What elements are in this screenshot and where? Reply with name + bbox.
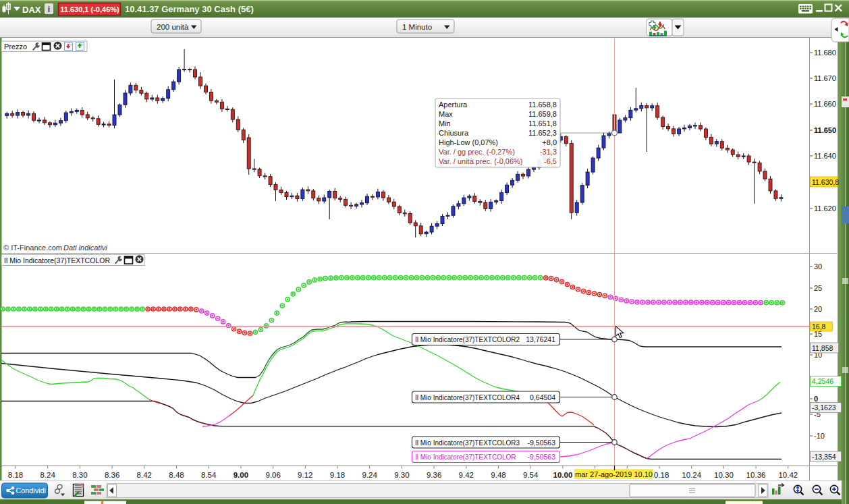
svg-text:11.660: 11.660 xyxy=(814,100,836,108)
svg-text:8.54: 8.54 xyxy=(201,471,217,479)
svg-text:Max: Max xyxy=(439,110,453,118)
svg-text:DAX: DAX xyxy=(22,5,41,15)
svg-text:9.24: 9.24 xyxy=(362,471,378,479)
svg-text:9.00: 9.00 xyxy=(234,471,248,479)
svg-text:-9,50563: -9,50563 xyxy=(528,439,556,447)
svg-text:Il Mio Indicatore(37)TEXTCOLOR: Il Mio Indicatore(37)TEXTCOLOR4 xyxy=(415,394,520,401)
svg-text:11.670: 11.670 xyxy=(814,74,836,82)
svg-text:0,64504: 0,64504 xyxy=(530,393,555,401)
svg-text:9.54: 9.54 xyxy=(523,471,539,479)
svg-text:Il Mio Indicatore(37)TEXTCOLOR: Il Mio Indicatore(37)TEXTCOLOR xyxy=(4,256,110,264)
svg-text:16,8: 16,8 xyxy=(812,323,826,331)
svg-text:i: i xyxy=(48,5,50,14)
svg-text:+8,0: +8,0 xyxy=(542,138,557,146)
svg-text:-13,354: -13,354 xyxy=(812,453,836,461)
svg-text:11.620: 11.620 xyxy=(814,204,836,213)
svg-text:20: 20 xyxy=(814,305,822,313)
svg-text:mar 27-ago-2019 10.10: mar 27-ago-2019 10.10 xyxy=(575,470,653,478)
svg-text:11.659,8: 11.659,8 xyxy=(528,110,557,118)
svg-text:9.12: 9.12 xyxy=(298,471,312,479)
svg-text:Apertura: Apertura xyxy=(439,101,468,109)
svg-text:11.650: 11.650 xyxy=(814,126,836,134)
svg-text:9.30: 9.30 xyxy=(394,471,409,479)
svg-text:8.30: 8.30 xyxy=(72,471,87,479)
svg-text:Var. / gg prec. (-0,27%): Var. / gg prec. (-0,27%) xyxy=(439,148,515,156)
svg-text:30: 30 xyxy=(814,262,822,271)
svg-text:8.42: 8.42 xyxy=(137,471,152,479)
svg-text:9.42: 9.42 xyxy=(459,471,474,479)
svg-text:1 Minuto: 1 Minuto xyxy=(402,23,432,31)
svg-text:8.18: 8.18 xyxy=(8,471,23,479)
svg-text:10.30: 10.30 xyxy=(714,471,734,479)
svg-text:Il Mio Indicatore(37)TEXTCOLOR: Il Mio Indicatore(37)TEXTCOLOR xyxy=(415,453,516,461)
svg-text:10.24: 10.24 xyxy=(682,471,701,479)
svg-text:© IT-Finance.com: © IT-Finance.com xyxy=(3,244,62,252)
svg-text:11.640: 11.640 xyxy=(814,152,836,160)
svg-text:10.42: 10.42 xyxy=(778,471,798,479)
svg-text:Il Mio Indicatore(37)TEXTCOLOR: Il Mio Indicatore(37)TEXTCOLOR2 xyxy=(415,336,520,343)
svg-text:11.658,8: 11.658,8 xyxy=(528,101,557,109)
svg-text:High-Low (0,07%): High-Low (0,07%) xyxy=(439,138,498,146)
svg-text:Condividi: Condividi xyxy=(16,486,46,495)
svg-text:9.18: 9.18 xyxy=(330,471,345,479)
svg-text:10.36: 10.36 xyxy=(746,471,766,479)
svg-text:Il Mio Indicatore(37)TEXTCOLOR: Il Mio Indicatore(37)TEXTCOLOR3 xyxy=(415,439,520,447)
svg-text:8.36: 8.36 xyxy=(105,471,119,479)
svg-text:13,76241: 13,76241 xyxy=(526,335,555,343)
svg-text:-3,1623: -3,1623 xyxy=(812,403,836,412)
svg-text:-31,3: -31,3 xyxy=(540,148,557,156)
svg-text:Prezzo: Prezzo xyxy=(4,43,27,51)
svg-text:8.48: 8.48 xyxy=(169,471,184,479)
svg-text:11.680: 11.680 xyxy=(814,49,836,57)
svg-text:11.630,1 (-0,46%): 11.630,1 (-0,46%) xyxy=(60,5,119,13)
svg-text:9.36: 9.36 xyxy=(427,471,441,479)
svg-text:9.48: 9.48 xyxy=(491,471,505,479)
svg-text:Dati indicativi: Dati indicativi xyxy=(63,244,107,252)
svg-text:10.00: 10.00 xyxy=(553,471,573,479)
svg-text:8.24: 8.24 xyxy=(40,471,56,479)
svg-text:Min: Min xyxy=(439,119,451,128)
svg-text:9.06: 9.06 xyxy=(265,471,280,479)
svg-text:200 unità: 200 unità xyxy=(157,23,189,31)
svg-text:-9,50563: -9,50563 xyxy=(528,453,556,461)
svg-text:0: 0 xyxy=(814,395,818,403)
svg-text:11.630,8: 11.630,8 xyxy=(812,178,839,186)
svg-text:11,858: 11,858 xyxy=(812,344,833,352)
svg-text:11.651,8: 11.651,8 xyxy=(528,119,557,128)
svg-text:10.41.37 Germany 30 Cash (5€): 10.41.37 Germany 30 Cash (5€) xyxy=(125,4,254,14)
svg-text:25: 25 xyxy=(814,284,822,292)
svg-text:4,2546: 4,2546 xyxy=(812,377,833,385)
svg-text:Chiusura: Chiusura xyxy=(439,129,469,137)
svg-text:-10: -10 xyxy=(814,432,825,440)
svg-text:Var. / unità prec. (-0,06%): Var. / unità prec. (-0,06%) xyxy=(439,157,523,165)
svg-text:-6,5: -6,5 xyxy=(544,157,557,165)
svg-text:11.652,3: 11.652,3 xyxy=(528,129,557,137)
